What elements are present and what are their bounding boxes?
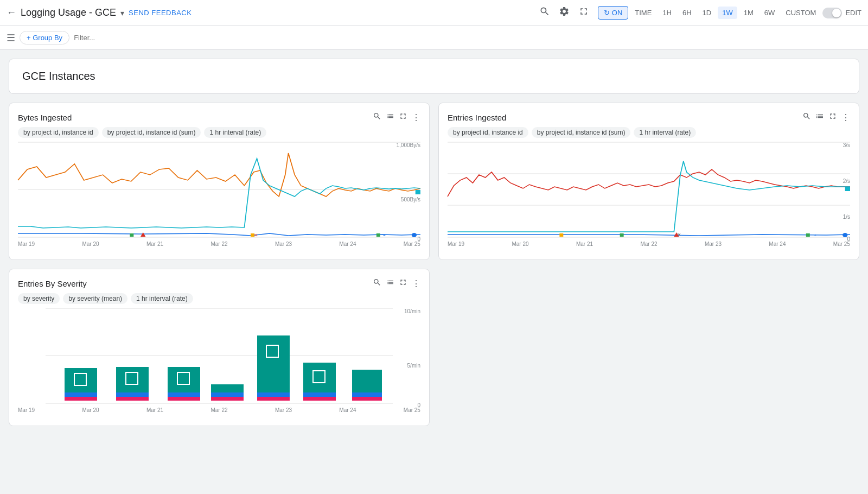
bytes-x-5: Mar 24 bbox=[339, 241, 356, 247]
time-btn-6w[interactable]: 6W bbox=[760, 7, 780, 19]
settings-icon[interactable] bbox=[559, 6, 570, 20]
severity-tag-0[interactable]: by severity bbox=[18, 293, 60, 304]
section-title: GCE Instances bbox=[22, 70, 95, 82]
time-btn-1w[interactable]: 1W bbox=[718, 7, 737, 19]
severity-tag-2[interactable]: 1 hr interval (rate) bbox=[131, 293, 193, 304]
bytes-tag-0[interactable]: by project id, instance id bbox=[18, 127, 99, 138]
refresh-button[interactable]: ↻ ON bbox=[598, 6, 629, 20]
svg-rect-3 bbox=[130, 233, 133, 237]
feedback-button[interactable]: SEND FEEDBACK bbox=[129, 9, 192, 17]
entries-x-3: Mar 22 bbox=[640, 241, 657, 247]
entries-chart-actions: ⋮ bbox=[802, 112, 850, 123]
bytes-expand-icon[interactable] bbox=[399, 112, 407, 123]
bytes-x-2: Mar 21 bbox=[146, 241, 163, 247]
svg-text:+: + bbox=[382, 233, 385, 238]
entries-expand-icon[interactable] bbox=[828, 112, 837, 123]
filter-menu-icon[interactable]: ☰ bbox=[7, 32, 15, 44]
svg-marker-4 bbox=[141, 232, 145, 237]
bytes-x-0: Mar 19 bbox=[18, 241, 35, 247]
severity-chart-tags: by severity by severity (mean) 1 hr inte… bbox=[18, 293, 420, 304]
nav-left: ← Logging Usage - GCE ▾ SEND FEEDBACK bbox=[7, 7, 535, 18]
severity-more-icon[interactable]: ⋮ bbox=[412, 278, 420, 289]
entries-chart-title: Entries Ingested bbox=[448, 113, 506, 122]
entries-x-labels: Mar 19 Mar 20 Mar 21 Mar 22 Mar 23 Mar 2… bbox=[448, 241, 850, 247]
severity-y-label-0: 10/min bbox=[404, 308, 420, 314]
filter-bar: ☰ + Group By bbox=[0, 26, 868, 50]
bytes-legend-icon[interactable] bbox=[386, 112, 394, 123]
severity-chart-header: Entries By Severity ⋮ bbox=[18, 278, 420, 289]
svg-rect-15 bbox=[559, 233, 563, 237]
entries-chart-tags: by project id, instance id by project id… bbox=[448, 127, 850, 138]
bytes-svg: ✕ + bbox=[18, 142, 420, 237]
severity-tag-1[interactable]: by severity (mean) bbox=[63, 293, 127, 304]
severity-x-0: Mar 19 bbox=[18, 407, 35, 413]
bytes-search-icon[interactable] bbox=[373, 112, 381, 123]
entries-more-icon[interactable]: ⋮ bbox=[841, 112, 850, 123]
entries-y-label-1: 2/s bbox=[843, 178, 850, 184]
severity-y-label-2: 0 bbox=[417, 402, 420, 408]
title-dropdown-icon[interactable]: ▾ bbox=[120, 9, 124, 17]
entries-x-0: Mar 19 bbox=[448, 241, 464, 247]
group-by-button[interactable]: + Group By bbox=[20, 31, 69, 45]
svg-text:+: + bbox=[814, 233, 816, 238]
entries-tag-0[interactable]: by project id, instance id bbox=[448, 127, 528, 138]
bytes-tag-1[interactable]: by project id, instance id (sum) bbox=[102, 127, 201, 138]
bytes-tag-2[interactable]: 1 hr interval (rate) bbox=[204, 127, 266, 138]
bytes-y-label-0: 1,000By/s bbox=[397, 142, 420, 148]
severity-legend-icon[interactable] bbox=[386, 278, 394, 289]
svg-rect-28 bbox=[65, 397, 97, 401]
section-card: GCE Instances bbox=[9, 59, 859, 94]
svg-rect-40 bbox=[211, 397, 244, 401]
empty-right-panel bbox=[438, 269, 859, 426]
svg-point-9 bbox=[412, 233, 417, 237]
severity-x-labels: Mar 19 Mar 20 Mar 21 Mar 22 Mar 23 Mar 2… bbox=[18, 407, 420, 413]
time-btn-custom[interactable]: CUSTOM bbox=[781, 7, 820, 19]
entries-x-5: Mar 24 bbox=[769, 241, 786, 247]
svg-text:✕: ✕ bbox=[677, 232, 682, 237]
svg-rect-43 bbox=[257, 397, 290, 401]
svg-rect-16 bbox=[620, 233, 624, 237]
entries-chart-body: 3/s 2/s 1/s 0 bbox=[448, 142, 850, 251]
time-btn-1d[interactable]: 1D bbox=[698, 7, 716, 19]
severity-chart-body: 10/min 5/min 0 bbox=[18, 308, 420, 417]
severity-expand-icon[interactable] bbox=[399, 278, 407, 289]
fullscreen-icon[interactable] bbox=[578, 6, 589, 20]
severity-search-icon[interactable] bbox=[373, 278, 381, 289]
bottom-grid: Entries By Severity ⋮ by severity by bbox=[9, 269, 859, 426]
bytes-x-3: Mar 22 bbox=[210, 241, 227, 247]
entries-tag-2[interactable]: 1 hr interval (rate) bbox=[634, 127, 696, 138]
entries-y-label-0: 3/s bbox=[843, 142, 850, 148]
time-btn-1m[interactable]: 1M bbox=[739, 7, 758, 19]
bytes-more-icon[interactable]: ⋮ bbox=[412, 112, 420, 123]
svg-rect-51 bbox=[352, 397, 382, 401]
back-button[interactable]: ← bbox=[7, 7, 16, 18]
refresh-label: ON bbox=[612, 9, 623, 17]
svg-rect-32 bbox=[116, 397, 149, 401]
entries-svg: ✕ + bbox=[448, 142, 850, 237]
severity-x-1: Mar 20 bbox=[82, 407, 99, 413]
entries-search-icon[interactable] bbox=[802, 112, 811, 123]
entries-tag-1[interactable]: by project id, instance id (sum) bbox=[532, 127, 631, 138]
severity-chart-title: Entries By Severity bbox=[18, 279, 87, 288]
svg-rect-7 bbox=[376, 233, 380, 237]
edit-toggle[interactable]: EDIT bbox=[822, 8, 861, 18]
toggle-track[interactable] bbox=[822, 8, 842, 18]
severity-x-3: Mar 22 bbox=[210, 407, 227, 413]
filter-input[interactable] bbox=[74, 34, 861, 42]
time-btn-1h[interactable]: 1H bbox=[658, 7, 676, 19]
entries-legend-icon[interactable] bbox=[815, 112, 824, 123]
time-btn-6h[interactable]: 6H bbox=[678, 7, 696, 19]
severity-card: Entries By Severity ⋮ by severity by bbox=[9, 269, 430, 426]
toggle-thumb bbox=[832, 9, 841, 17]
entries-x-1: Mar 20 bbox=[512, 241, 528, 247]
entries-chart-header: Entries Ingested ⋮ bbox=[448, 112, 850, 123]
group-by-label: + Group By bbox=[27, 34, 62, 42]
search-icon[interactable] bbox=[539, 6, 550, 20]
edit-label: EDIT bbox=[845, 9, 861, 17]
bytes-y-label-1: 500By/s bbox=[401, 197, 420, 202]
time-btn-time[interactable]: TIME bbox=[630, 7, 656, 19]
page-title: Logging Usage - GCE bbox=[21, 7, 116, 18]
bytes-chart-title: Bytes Ingested bbox=[18, 113, 72, 122]
severity-y-label-1: 5/min bbox=[407, 363, 420, 369]
bytes-chart-header: Bytes Ingested ⋮ bbox=[18, 112, 420, 123]
